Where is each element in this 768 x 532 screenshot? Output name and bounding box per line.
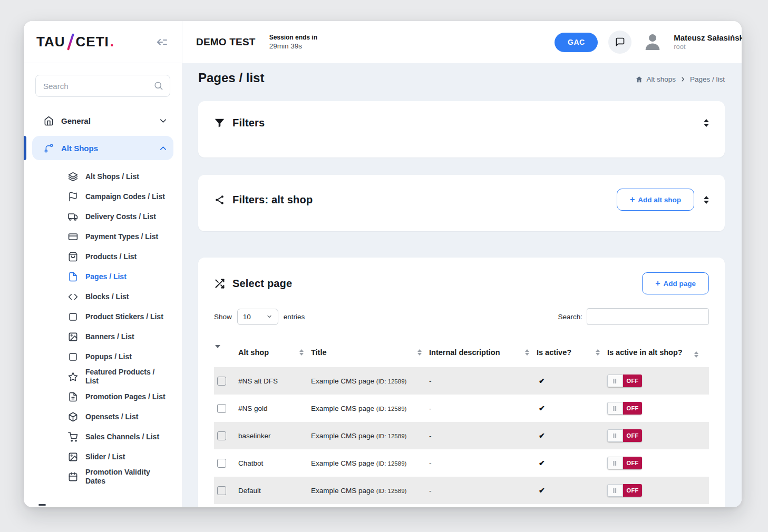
add-alt-shop-label: Add alt shop bbox=[638, 196, 681, 204]
shopping-bag-icon bbox=[68, 252, 78, 262]
sidebar-submenu: Alt Shops / List Campaign Codes / List D… bbox=[32, 166, 173, 487]
row-checkbox[interactable] bbox=[217, 377, 226, 386]
filters-alt-shop-collapse-toggle[interactable] bbox=[704, 196, 709, 204]
file-text-icon bbox=[68, 392, 78, 402]
cell-internal-description: - bbox=[429, 449, 537, 477]
sidebar-item-sales-channels-list[interactable]: Sales Channels / List bbox=[68, 427, 166, 447]
filters-collapse-toggle[interactable] bbox=[704, 119, 709, 127]
active-in-alt-shop-toggle[interactable]: OFF bbox=[607, 457, 642, 469]
sidebar-item-opensets-list[interactable]: Opensets / List bbox=[68, 407, 166, 427]
gac-button[interactable]: GAC bbox=[555, 33, 598, 52]
cell-alt-shop: #NS gold bbox=[238, 395, 311, 422]
sidebar-section-general[interactable]: General bbox=[32, 109, 173, 133]
active-in-alt-shop-toggle[interactable]: OFF bbox=[607, 402, 642, 415]
column-header-is-active-in-alt-shop[interactable]: Is active in alt shop? bbox=[607, 340, 694, 367]
table-search-label: Search: bbox=[558, 313, 582, 321]
session-label: Session ends in bbox=[269, 33, 317, 42]
sidebar-item-featured-products-list[interactable]: Featured Products / List bbox=[68, 367, 166, 387]
avatar[interactable] bbox=[642, 32, 663, 53]
select-page-title: Select page bbox=[232, 278, 292, 290]
user-menu[interactable]: Mateusz Sałasiński root bbox=[674, 33, 742, 52]
sidebar-item-label: Delivery Costs / List bbox=[85, 212, 156, 221]
active-in-alt-shop-toggle[interactable]: OFF bbox=[607, 484, 642, 497]
sidebar-item-product-stickers-list[interactable]: Product Stickers / List bbox=[68, 307, 166, 327]
toggle-off-label: OFF bbox=[623, 429, 642, 442]
page-size-select[interactable]: 10 bbox=[237, 309, 278, 325]
sidebar-item-pages-list[interactable]: Pages / List bbox=[68, 267, 166, 287]
sidebar-item-partial bbox=[38, 504, 46, 506]
active-in-alt-shop-toggle[interactable]: OFF bbox=[607, 429, 642, 442]
sidebar-item-promotion-pages-list[interactable]: Promotion Pages / List bbox=[68, 387, 166, 407]
column-header-is-active[interactable]: Is active? bbox=[537, 340, 607, 367]
show-label: Show bbox=[214, 313, 232, 321]
sidebar-collapse-icon[interactable] bbox=[155, 36, 168, 48]
column-header-trailing-sort[interactable] bbox=[694, 340, 709, 367]
add-page-button[interactable]: + Add page bbox=[642, 272, 709, 294]
column-header-alt-shop[interactable]: Alt shop bbox=[238, 340, 311, 367]
row-checkbox[interactable] bbox=[217, 459, 226, 468]
app-window: TAU CETI . General Alt Shops bbox=[24, 21, 742, 507]
page-head: Pages / list Alt shops Pages / list bbox=[198, 71, 725, 85]
toggle-off-label: OFF bbox=[623, 484, 642, 497]
sidebar-item-label: Products / List bbox=[85, 252, 137, 261]
column-header-select[interactable] bbox=[214, 340, 238, 367]
cell-is-active: ✔ bbox=[537, 367, 607, 395]
star-icon bbox=[68, 372, 78, 382]
cell-is-active: ✔ bbox=[537, 395, 607, 422]
row-checkbox[interactable] bbox=[217, 404, 226, 413]
table-search-input[interactable] bbox=[587, 308, 709, 325]
chevron-down-icon bbox=[158, 116, 168, 126]
brand-logo[interactable]: TAU CETI . bbox=[36, 33, 114, 51]
cell-alt-shop: Chatbot bbox=[238, 449, 311, 477]
sidebar-item-popups-list[interactable]: Popups / List bbox=[68, 347, 166, 367]
check-icon: ✔ bbox=[537, 459, 545, 467]
add-alt-shop-button[interactable]: + Add alt shop bbox=[617, 189, 694, 211]
sidebar-item-campaign-codes-list[interactable]: Campaign Codes / List bbox=[68, 186, 166, 206]
chat-button[interactable] bbox=[608, 31, 631, 54]
cell-title: Example CMS page (ID: 12589) bbox=[311, 449, 429, 477]
sidebar-item-label: Promotion Pages / List bbox=[85, 392, 166, 401]
sidebar-item-banners-list[interactable]: Banners / List bbox=[68, 327, 166, 347]
pages-table: Alt shop Title Internal description Is a… bbox=[214, 340, 709, 504]
row-checkbox[interactable] bbox=[217, 486, 226, 495]
brand-dot: . bbox=[110, 34, 114, 50]
sidebar-item-delivery-costs-list[interactable]: Delivery Costs / List bbox=[68, 206, 166, 226]
cell-alt-shop: #NS alt DFS bbox=[238, 367, 311, 395]
plus-icon: + bbox=[655, 279, 660, 288]
breadcrumb-current[interactable]: Pages / list bbox=[690, 75, 725, 83]
cell-title: Example CMS page (ID: 12589) bbox=[311, 477, 429, 504]
column-header-title[interactable]: Title bbox=[311, 340, 429, 367]
toggle-handle bbox=[607, 484, 623, 497]
content: Pages / list Alt shops Pages / list Filt… bbox=[182, 63, 742, 507]
toggle-handle bbox=[607, 457, 623, 469]
session-timer: Session ends in 29min 39s bbox=[269, 33, 317, 51]
code-icon bbox=[68, 292, 78, 302]
sidebar-item-alt-shops-list[interactable]: Alt Shops / List bbox=[68, 166, 166, 186]
sidebar-item-blocks-list[interactable]: Blocks / List bbox=[68, 287, 166, 307]
person-icon bbox=[642, 32, 663, 53]
table-row: #NS gold Example CMS page (ID: 12589) - … bbox=[214, 395, 709, 422]
brand-text-left: TAU bbox=[36, 34, 65, 50]
row-checkbox[interactable] bbox=[217, 431, 226, 440]
entries-label: entries bbox=[284, 313, 305, 321]
sort-icon bbox=[525, 349, 529, 356]
sidebar-item-label: Payment Types / List bbox=[85, 232, 158, 241]
sidebar-item-slider-list[interactable]: Slider / List bbox=[68, 447, 166, 467]
sidebar-section-alt-shops[interactable]: Alt Shops bbox=[32, 136, 173, 160]
filters-card: Filters bbox=[198, 101, 725, 157]
flag-icon bbox=[68, 192, 78, 202]
sidebar-item-promotion-validity-dates[interactable]: Promotion Validity Dates bbox=[68, 467, 166, 487]
column-header-internal-description[interactable]: Internal description bbox=[429, 340, 537, 367]
cell-title: Example CMS page (ID: 12589) bbox=[311, 422, 429, 449]
sidebar-search-input[interactable] bbox=[35, 75, 170, 97]
brand-slash-icon bbox=[67, 33, 74, 51]
session-value: 29min 39s bbox=[269, 42, 317, 51]
breadcrumb-home[interactable]: Alt shops bbox=[635, 75, 676, 83]
active-in-alt-shop-toggle[interactable]: OFF bbox=[607, 375, 642, 387]
funnel-icon bbox=[214, 117, 225, 129]
filters-card-title: Filters bbox=[232, 117, 265, 129]
sidebar-item-payment-types-list[interactable]: Payment Types / List bbox=[68, 226, 166, 247]
sidebar-item-label: Alt Shops / List bbox=[85, 172, 139, 181]
active-section-indicator bbox=[24, 136, 26, 160]
sidebar-item-products-list[interactable]: Products / List bbox=[68, 247, 166, 267]
